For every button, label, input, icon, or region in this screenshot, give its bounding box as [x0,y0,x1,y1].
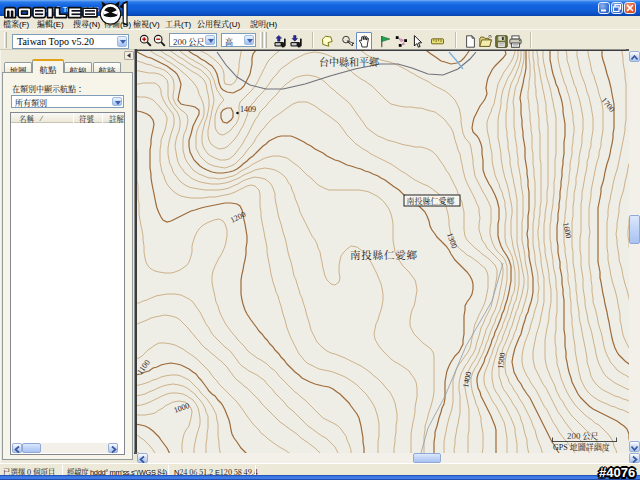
svg-text:200 公尺: 200 公尺 [567,430,598,441]
svg-text:GPS 地圖詳細度: GPS 地圖詳細度 [553,441,610,452]
svg-text:台中縣和平鄉: 台中縣和平鄉 [319,54,379,69]
svg-text:南投縣仁愛鄉: 南投縣仁愛鄉 [407,195,455,206]
svg-text:1409: 1409 [240,105,256,114]
svg-text:南投縣仁愛鄉: 南投縣仁愛鄉 [350,247,418,262]
